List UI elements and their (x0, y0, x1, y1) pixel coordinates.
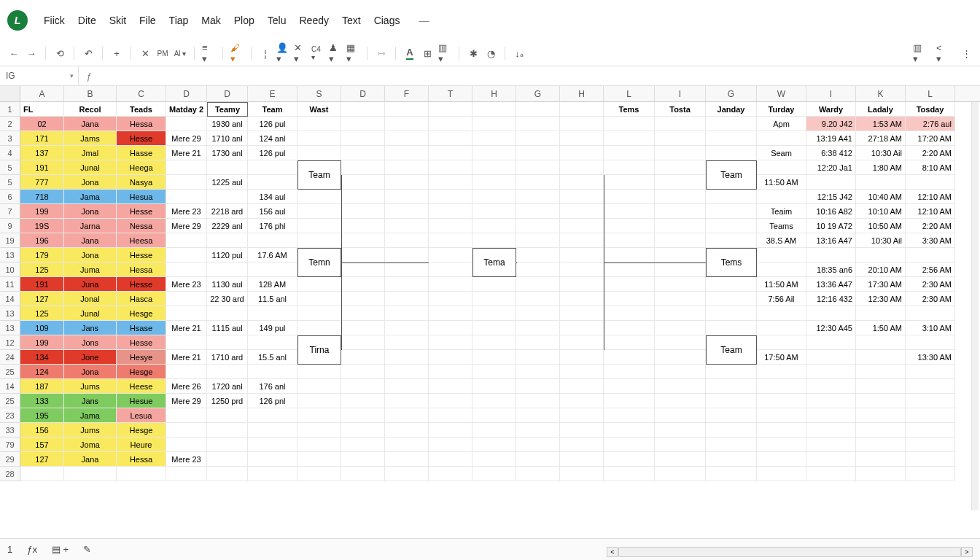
x-icon[interactable]: ✕ (139, 47, 152, 60)
cell[interactable] (472, 175, 516, 190)
cell[interactable] (757, 160, 806, 175)
cell[interactable]: 196 (20, 233, 64, 248)
cell[interactable] (655, 131, 706, 146)
cell[interactable] (856, 438, 906, 452)
cell[interactable] (706, 277, 757, 292)
cell[interactable] (560, 365, 604, 379)
cell[interactable] (472, 146, 516, 160)
cell[interactable]: Heese (117, 379, 166, 394)
cell[interactable] (341, 262, 385, 277)
cell[interactable]: Mere 21 (166, 321, 207, 335)
cell[interactable] (385, 467, 429, 481)
cell[interactable] (516, 306, 560, 321)
cell[interactable] (248, 452, 298, 467)
cell[interactable] (604, 350, 655, 365)
cell[interactable] (655, 292, 706, 306)
cell[interactable] (385, 408, 429, 423)
cell[interactable] (341, 306, 385, 321)
col-header[interactable]: L (604, 86, 655, 101)
cell[interactable]: 12:10 AM (906, 204, 955, 219)
scroll-right-button[interactable]: > (961, 547, 973, 557)
horizontal-scrollbar[interactable] (618, 547, 961, 557)
cell[interactable] (560, 467, 604, 481)
cell[interactable]: Juna (64, 277, 117, 292)
cell[interactable] (385, 452, 429, 467)
col-header[interactable]: G (516, 86, 560, 101)
cell[interactable]: 17:30 AM (856, 277, 906, 292)
row-header[interactable]: 25 (0, 365, 20, 379)
cell[interactable] (207, 233, 248, 248)
cell[interactable] (385, 190, 429, 204)
cell[interactable] (166, 306, 207, 321)
cell[interactable] (472, 423, 516, 438)
cell[interactable] (385, 277, 429, 292)
cell[interactable] (906, 306, 955, 321)
cell[interactable] (516, 277, 560, 292)
cell[interactable] (516, 175, 560, 190)
cell[interactable] (166, 233, 207, 248)
cell[interactable] (429, 423, 472, 438)
cell[interactable] (806, 306, 856, 321)
cell[interactable] (429, 438, 472, 452)
cell[interactable] (516, 146, 560, 160)
refresh-icon[interactable]: ⟲ (53, 47, 66, 60)
cell[interactable] (706, 379, 757, 394)
col-header[interactable]: D (166, 86, 207, 101)
cell[interactable] (604, 467, 655, 481)
cell[interactable] (655, 394, 706, 408)
cell[interactable]: Recol (64, 102, 117, 117)
cell[interactable] (706, 438, 757, 452)
col-header[interactable]: C (117, 86, 166, 101)
cell[interactable] (117, 467, 166, 481)
cell[interactable] (604, 438, 655, 452)
cell[interactable] (560, 204, 604, 219)
cell[interactable] (560, 423, 604, 438)
cell[interactable] (516, 335, 560, 350)
cell[interactable]: Mere 23 (166, 452, 207, 467)
row-header[interactable]: 5 (0, 175, 20, 190)
cell[interactable] (604, 365, 655, 379)
cell[interactable]: 12:30 AM (856, 292, 906, 306)
cell[interactable] (604, 277, 655, 292)
bracket-cell[interactable]: Team (298, 160, 341, 190)
cell[interactable] (560, 306, 604, 321)
forward-icon[interactable]: → (25, 47, 38, 60)
cell[interactable]: Mere 29 (166, 131, 207, 146)
cell[interactable] (806, 365, 856, 379)
row-header[interactable]: 3 (0, 131, 20, 146)
cell[interactable] (757, 306, 806, 321)
cell[interactable] (207, 335, 248, 350)
cell[interactable]: Jmal (64, 146, 117, 160)
bracket-cell[interactable]: Tema (472, 248, 516, 277)
cell[interactable] (385, 394, 429, 408)
col-header[interactable]: H (472, 86, 516, 101)
cell[interactable] (604, 379, 655, 394)
cell[interactable] (207, 452, 248, 467)
i-icon[interactable]: ¦ (259, 47, 272, 60)
cell[interactable] (706, 292, 757, 306)
cell[interactable]: Hesge (117, 306, 166, 321)
cell[interactable] (298, 233, 341, 248)
cell[interactable] (655, 467, 706, 481)
cell[interactable] (516, 438, 560, 452)
cell[interactable] (429, 408, 472, 423)
pm-icon[interactable]: PM (156, 47, 169, 60)
cell[interactable]: 10:30 Ail (856, 146, 906, 160)
col-header[interactable]: W (757, 86, 806, 101)
cell[interactable]: Hesse (117, 248, 166, 262)
x2-icon[interactable]: ✕ ▾ (294, 47, 307, 60)
cell[interactable] (166, 190, 207, 204)
cell[interactable] (472, 408, 516, 423)
cell[interactable] (856, 335, 906, 350)
cell[interactable] (298, 131, 341, 146)
cell[interactable] (64, 467, 117, 481)
cell[interactable] (706, 423, 757, 438)
cell[interactable] (298, 379, 341, 394)
cell[interactable] (560, 131, 604, 146)
cell[interactable] (516, 292, 560, 306)
cell[interactable]: Tosta (655, 102, 706, 117)
cell[interactable] (429, 190, 472, 204)
cell[interactable]: 2229 anl (207, 219, 248, 233)
cell[interactable] (472, 233, 516, 248)
cell[interactable]: Jone (64, 350, 117, 365)
